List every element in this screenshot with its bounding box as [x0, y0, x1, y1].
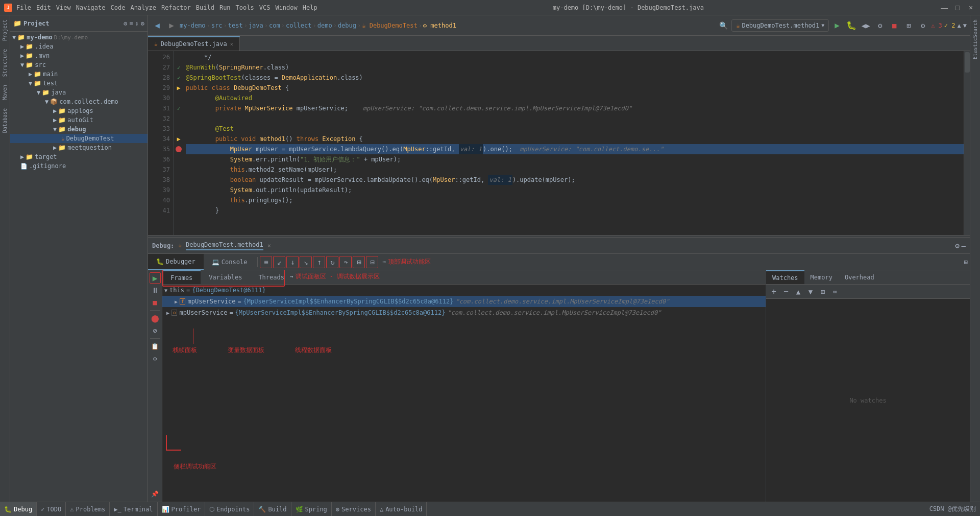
- tree-item-autogit[interactable]: ▶ 📁 autoGit: [10, 115, 148, 125]
- debug-settings-icon[interactable]: ⚙: [955, 242, 959, 250]
- watches-tab-memory[interactable]: Memory: [804, 270, 839, 284]
- debug-btn[interactable]: 🐛: [845, 20, 857, 30]
- debug-tool-minimize[interactable]: ⊟: [366, 256, 378, 268]
- minimize-btn[interactable]: —: [939, 4, 949, 12]
- var-row-mpuserservice-1[interactable]: ▶ f mpUserService = {MpUserServiceImpl$$…: [162, 296, 766, 307]
- debug-tool-step-into[interactable]: ↓: [286, 256, 299, 268]
- debug-subtab-console[interactable]: 💻 Console: [204, 254, 256, 270]
- var-row-this[interactable]: ▼ this = {DebugDemoTest@6111}: [162, 285, 766, 296]
- back-btn[interactable]: ◀: [151, 20, 163, 30]
- debug-tool-step-out[interactable]: ↘: [300, 256, 312, 268]
- bc-test[interactable]: test: [228, 22, 243, 29]
- settings-debug-btn[interactable]: ⚙: [150, 353, 161, 364]
- menu-build[interactable]: Build: [196, 4, 214, 11]
- editor-scrollbar[interactable]: [964, 51, 970, 235]
- menu-run[interactable]: Run: [219, 4, 231, 11]
- warning-count[interactable]: ✓ 2: [944, 22, 955, 29]
- bc-java[interactable]: java: [249, 22, 263, 29]
- debug-collapse-icon[interactable]: —: [962, 242, 966, 250]
- status-todo[interactable]: ✓ TODO: [37, 502, 66, 517]
- debug-config-tab[interactable]: DebugDemoTest.method1: [186, 241, 263, 250]
- debug-restore-icon[interactable]: ⊞: [964, 259, 968, 266]
- error-count[interactable]: ⚠ 3: [931, 22, 942, 29]
- debug-tool-evaluate[interactable]: ↻: [326, 256, 338, 268]
- debug-tool-grid[interactable]: ⊞: [353, 256, 365, 268]
- mute-breakpoints-btn[interactable]: ⊘: [150, 325, 161, 336]
- profiler-btn[interactable]: ⚙: [874, 21, 886, 30]
- menu-code[interactable]: Code: [111, 4, 126, 11]
- pin-debug-btn[interactable]: 📌: [150, 488, 161, 500]
- frames-tab[interactable]: Frames: [162, 270, 201, 284]
- status-spring[interactable]: 🌿 Spring: [291, 502, 332, 517]
- bc-collect[interactable]: collect: [286, 22, 312, 29]
- tree-item-package[interactable]: ▼ 📦 com.collect.demo: [10, 97, 148, 106]
- sidebar-label-structure[interactable]: Structure: [1, 45, 9, 81]
- view-breakpoints-btn[interactable]: ⬤: [150, 313, 161, 324]
- watch-up-btn[interactable]: ▲: [793, 288, 804, 296]
- debug-tool-step-over[interactable]: ↙: [273, 256, 285, 268]
- debug-tab-close[interactable]: ×: [267, 242, 271, 249]
- watch-infinity-btn[interactable]: ∞: [829, 288, 841, 296]
- watch-remove-btn[interactable]: −: [780, 287, 792, 296]
- status-autobuild[interactable]: △ Auto-build: [376, 502, 427, 517]
- menu-navigate[interactable]: Navigate: [76, 4, 106, 11]
- bc-method[interactable]: ⚙ method1: [423, 22, 456, 29]
- project-tool-btn-3[interactable]: ↕: [135, 20, 139, 27]
- stop-btn[interactable]: ■: [888, 21, 900, 30]
- settings-btn[interactable]: ⚙: [917, 21, 929, 30]
- menu-window[interactable]: Window: [275, 4, 297, 11]
- project-tool-btn-4[interactable]: ⚙: [141, 20, 144, 27]
- tree-item-meetquestion[interactable]: ▶ 📁 meetquestion: [10, 143, 148, 152]
- tree-item-java[interactable]: ▼ 📁 java: [10, 88, 148, 97]
- stop-debug-btn[interactable]: ■: [150, 297, 161, 308]
- watches-tab-overhead[interactable]: Overhead: [839, 270, 880, 284]
- debug-subtab-debugger[interactable]: 🐛 Debugger: [148, 254, 204, 270]
- var-row-mpuserservice-2[interactable]: ▶ o mpUserService = {MpUserServiceImpl$$…: [162, 307, 766, 318]
- tree-item-target[interactable]: ▶ 📁 target: [10, 152, 148, 161]
- tree-item-main[interactable]: ▶ 📁 main: [10, 69, 148, 79]
- watch-copy-btn[interactable]: ⊞: [817, 288, 828, 296]
- menu-tools[interactable]: Tools: [236, 4, 254, 11]
- status-terminal[interactable]: ▶_ Terminal: [110, 502, 157, 517]
- debug-tool-trace[interactable]: ↷: [339, 256, 352, 268]
- bc-mydemo[interactable]: my-demo: [180, 22, 206, 29]
- status-build[interactable]: 🔨 Build: [254, 502, 291, 517]
- bc-class[interactable]: ☕ DebugDemoTest: [362, 22, 417, 29]
- variables-tab[interactable]: Variables: [201, 270, 250, 284]
- tree-item-test[interactable]: ▼ 📁 test: [10, 79, 148, 88]
- collapse-btn[interactable]: ▼: [963, 22, 967, 29]
- tree-item-debug[interactable]: ▼ 📁 debug: [10, 125, 148, 134]
- status-problems[interactable]: ⚠ Problems: [66, 502, 110, 517]
- menu-edit[interactable]: Edit: [36, 4, 51, 11]
- sidebar-label-database[interactable]: Database: [1, 104, 9, 137]
- watch-down-btn[interactable]: ▼: [805, 288, 816, 296]
- bc-demo[interactable]: demo: [317, 22, 332, 29]
- tree-item-debugdemotest[interactable]: ☕ DebugDemoTest: [10, 134, 148, 143]
- watches-tab-watches[interactable]: Watches: [766, 270, 804, 284]
- menu-help[interactable]: Help: [303, 4, 317, 11]
- close-btn[interactable]: ×: [966, 4, 976, 12]
- tree-item-root[interactable]: ▼ 📁 my-demo D:\my-demo: [10, 33, 148, 42]
- menu-refactor[interactable]: Refactor: [161, 4, 191, 11]
- sidebar-label-maven[interactable]: Maven: [1, 81, 9, 104]
- pause-btn[interactable]: ⏸: [150, 285, 161, 296]
- sidebar-label-project[interactable]: Project: [1, 15, 9, 45]
- status-debug[interactable]: 🐛 Debug: [0, 502, 37, 517]
- menu-view[interactable]: View: [56, 4, 71, 11]
- debug-tool-show-frames[interactable]: ≡: [260, 256, 272, 268]
- tree-item-src[interactable]: ▼ 📁 src: [10, 60, 148, 69]
- run-config-dropdown[interactable]: ☕ DebugDemoTest.method1 ▼: [731, 19, 829, 32]
- search-icon[interactable]: 🔍: [717, 21, 729, 30]
- run-btn[interactable]: ▶: [831, 20, 843, 30]
- right-sidebar-label-eastsearch[interactable]: ElasticSearch: [971, 15, 979, 63]
- status-profiler[interactable]: 📊 Profiler: [158, 502, 206, 517]
- editor-tab-active[interactable]: ☕ DebugDemoTest.java ×: [148, 36, 240, 51]
- menu-file[interactable]: File: [16, 4, 31, 11]
- expand-btn[interactable]: ▲: [958, 22, 961, 29]
- tree-item-applogs[interactable]: ▶ 📁 applogs: [10, 106, 148, 115]
- tree-item-gitignore[interactable]: 📄 .gitignore: [10, 161, 148, 171]
- bc-com[interactable]: com: [269, 22, 280, 29]
- bc-debug[interactable]: debug: [338, 22, 356, 29]
- threads-tab[interactable]: Threads: [250, 270, 292, 284]
- tab-close-icon[interactable]: ×: [230, 41, 233, 47]
